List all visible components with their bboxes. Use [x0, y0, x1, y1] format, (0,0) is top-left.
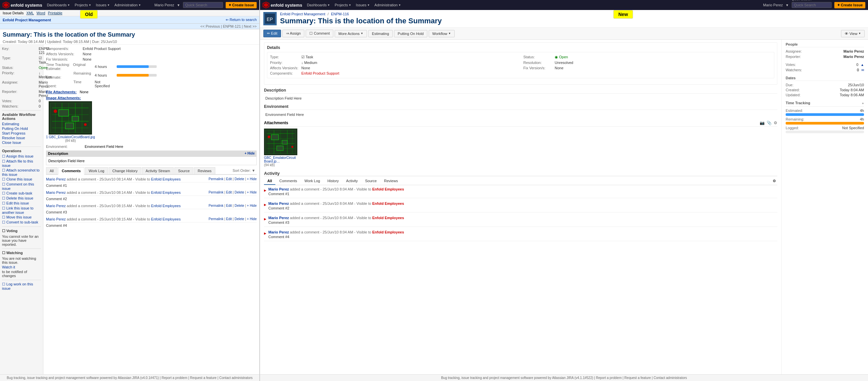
left-c3-permalink[interactable]: Permalink [209, 204, 223, 207]
left-comment-3-author[interactable]: Mario Perez [46, 204, 66, 208]
right-attach-icon-camera[interactable]: 📷 [760, 120, 765, 125]
left-nav-administration[interactable]: Administration ▼ [112, 2, 143, 8]
right-activity-settings[interactable]: ⚙ [771, 177, 777, 185]
left-op-delete[interactable]: ☐ Delete this issue [2, 196, 41, 201]
right-attach-icon-clip[interactable]: 📎 [767, 120, 772, 125]
left-nav-issues[interactable]: Issues ▼ [94, 2, 112, 8]
right-votes-add[interactable]: ▲ [861, 63, 864, 67]
right-issue-link[interactable]: ENPM-116 [331, 12, 349, 16]
left-wf-putting-on-hold[interactable]: Putting On Hold [2, 127, 41, 131]
right-component-val[interactable]: Enfold Product Support [301, 71, 339, 75]
left-tab-worklog[interactable]: Work Log [85, 167, 108, 174]
left-printable-link[interactable]: Printable [48, 11, 62, 15]
left-c1-edit[interactable]: Edit [226, 177, 232, 181]
left-watchers-value[interactable]: 0 [39, 104, 41, 108]
left-c2-delete[interactable]: Delete [235, 190, 244, 194]
right-user-name[interactable]: Mario Perez [763, 3, 783, 7]
left-nav-projects[interactable]: Projects ▼ [73, 2, 93, 8]
right-act-tab-worklog[interactable]: Work Log [301, 177, 323, 185]
left-quick-search-input[interactable] [183, 2, 223, 8]
left-tab-activity[interactable]: Activity Stream [142, 167, 174, 174]
left-c2-hide[interactable]: + Hide [247, 190, 257, 194]
left-op-subtask[interactable]: ☐ Create sub-task [2, 191, 41, 196]
left-return-link[interactable]: ⇐ Return to search [226, 18, 257, 22]
right-activity-3-author[interactable]: Mario Perez [268, 216, 289, 220]
right-assignee-value[interactable]: Mario Perez [843, 49, 864, 53]
left-c1-delete[interactable]: Delete [235, 177, 244, 181]
left-word-link[interactable]: Word [37, 11, 45, 15]
right-activity-2-visibility[interactable]: Enfold Employees [372, 202, 404, 206]
left-op-move[interactable]: ☐ Move this issue [2, 215, 41, 219]
left-op-attach-file[interactable]: ☐ Attach file to this issue [2, 159, 41, 168]
right-btn-more-actions[interactable]: More Actions ▼ [335, 30, 367, 37]
left-c1-permalink[interactable]: Permalink [209, 177, 223, 181]
left-tab-history[interactable]: Change History [108, 167, 141, 174]
left-wf-estimating[interactable]: Estimating [2, 122, 41, 126]
left-c4-permalink[interactable]: Permalink [209, 217, 223, 221]
left-c3-edit[interactable]: Edit [226, 204, 232, 207]
right-nav-dashboards[interactable]: Dashboards ▼ [305, 2, 332, 8]
left-op-screenshot[interactable]: ☐ Attach screenshot to this issue [2, 168, 41, 176]
right-act-tab-source[interactable]: Source [362, 177, 380, 185]
left-c1-hide[interactable]: + Hide [247, 177, 257, 181]
right-act-tab-all[interactable]: All [264, 177, 275, 185]
right-attach-filename[interactable]: GBC_EmulatorCircuitBoard.jp… [264, 156, 297, 163]
right-btn-view[interactable]: 👁 View ▼ [841, 30, 865, 37]
left-image-attach-label[interactable]: Image Attachments: [46, 96, 81, 100]
right-activity-4-visibility[interactable]: Enfold Employees [372, 230, 404, 234]
right-project-link[interactable]: Enfold Project Management [280, 12, 326, 16]
left-c2-edit[interactable]: Edit [226, 190, 232, 194]
left-desc-hide[interactable]: + Hide [245, 151, 255, 155]
right-activity-1-author[interactable]: Mario Perez [268, 187, 289, 191]
left-op-clone[interactable]: ☐ Clone this issue [2, 177, 41, 181]
right-quick-search-input[interactable] [792, 2, 832, 8]
left-op-comment[interactable]: ☐ Comment on this issue [2, 182, 41, 190]
right-watchers-add[interactable]: ✉ [861, 68, 864, 72]
right-create-issue-btn[interactable]: ✦ Create Issue [834, 2, 865, 8]
left-tab-source[interactable]: Source [174, 167, 193, 174]
right-activity-4-author[interactable]: Mario Perez [268, 230, 289, 234]
left-tab-comments[interactable]: Comments [58, 167, 84, 175]
left-wf-resolve[interactable]: Resolve Issue [2, 136, 41, 140]
right-btn-assign[interactable]: ⇒ Assign [282, 30, 304, 37]
right-act-tab-history[interactable]: History [324, 177, 342, 185]
right-btn-putting-on-hold[interactable]: Putting On Hold [394, 30, 427, 37]
left-file-attach-label[interactable]: File Attachments: [46, 90, 77, 94]
left-c4-delete[interactable]: Delete [235, 217, 244, 221]
right-activity-1-visibility[interactable]: Enfold Employees [372, 187, 404, 191]
left-c3-hide[interactable]: + Hide [247, 204, 257, 207]
left-watch-link[interactable]: Watch it [2, 265, 41, 269]
right-activity-3-visibility[interactable]: Enfold Employees [372, 216, 404, 220]
left-nav-dashboards[interactable]: Dashboards ▼ [45, 2, 72, 8]
right-attach-icon-settings[interactable]: ⚙ [774, 120, 777, 125]
left-c4-edit[interactable]: Edit [226, 217, 232, 221]
right-reporter-value[interactable]: Mario Perez [843, 55, 864, 59]
right-btn-estimating[interactable]: Estimating [368, 30, 393, 37]
left-op-edit[interactable]: ☐ Edit this issue [2, 201, 41, 206]
right-nav-projects[interactable]: Projects ▼ [333, 2, 353, 8]
left-project-link[interactable]: Enfold Project Management [3, 18, 51, 22]
right-btn-workflow[interactable]: Workflow ▼ [429, 30, 455, 37]
right-btn-edit[interactable]: ✏ Edit [264, 30, 281, 37]
left-user-name[interactable]: Mario Perez [154, 3, 174, 7]
right-act-tab-reviews[interactable]: Reviews [381, 177, 401, 185]
left-comment-3-visibility[interactable]: Enfold Employees [151, 204, 181, 208]
left-create-issue-btn[interactable]: ✦ Create Issue [226, 2, 257, 8]
left-component-value[interactable]: Enfold Product Support [83, 47, 121, 50]
right-nav-issues[interactable]: Issues ▼ [354, 2, 372, 8]
right-act-tab-comments[interactable]: Comments [276, 177, 300, 185]
left-comment-4-author[interactable]: Mario Perez [46, 217, 66, 221]
left-tab-all[interactable]: All [46, 167, 57, 174]
right-btn-comment[interactable]: ☐ Comment [306, 30, 333, 37]
left-image-filename[interactable]: 1 GBC_EmulatorCircuitBoard.jpg [46, 135, 95, 139]
left-op-link[interactable]: ☐ Link this issue to another issue [2, 206, 41, 214]
left-c3-delete[interactable]: Delete [235, 204, 244, 207]
left-wf-close[interactable]: Close Issue [2, 141, 41, 144]
right-time-add-icon[interactable]: + [862, 101, 864, 105]
left-op-assign[interactable]: ☐ Assign this issue [2, 154, 41, 159]
left-log-work[interactable]: ☐ Log work on this issue [2, 282, 41, 290]
left-comment-2-visibility[interactable]: Enfold Employees [151, 190, 181, 195]
left-comment-2-author[interactable]: Mario Perez [46, 190, 66, 195]
left-comment-4-visibility[interactable]: Enfold Employees [151, 217, 181, 221]
left-c2-permalink[interactable]: Permalink [209, 190, 223, 194]
